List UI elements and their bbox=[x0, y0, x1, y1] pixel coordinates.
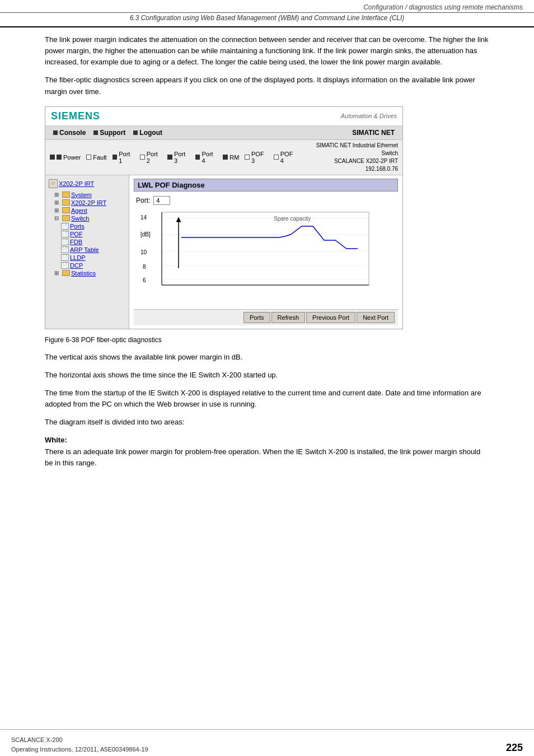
ports-label[interactable]: Ports bbox=[70, 223, 85, 230]
white-text: There is an adequate link power margin f… bbox=[45, 447, 480, 467]
pof-label[interactable]: POF bbox=[70, 231, 83, 237]
expand-statistics-icon: ⊞ bbox=[54, 270, 61, 276]
dcp-label[interactable]: DCP bbox=[70, 262, 83, 269]
port1-status: Port 1 bbox=[113, 151, 134, 164]
sidebar-item-arp-table[interactable]: 📄 ARP Table bbox=[48, 246, 127, 254]
pof4-status: POF 4 bbox=[274, 151, 297, 164]
port2-led bbox=[140, 155, 145, 160]
sidebar-item-switch[interactable]: ⊟ Switch bbox=[48, 214, 127, 222]
pof-page-icon: 📄 bbox=[61, 231, 69, 237]
fault-label: Fault bbox=[93, 154, 106, 161]
svg-text:[dB]: [dB] bbox=[140, 231, 151, 237]
footer-content: SCALANCE X-200 Operating Instructions, 1… bbox=[11, 732, 523, 754]
rm-status: RM bbox=[223, 154, 239, 161]
siemens-header-bar: SIEMENS Automation & Drives bbox=[45, 107, 402, 126]
dcp-page-icon: 📄 bbox=[61, 262, 69, 269]
ports-page-icon: 📄 bbox=[61, 223, 69, 230]
interface-body: 🔅 X202-2P IRT ⊞ System ⊞ X202-2P IRT bbox=[45, 175, 402, 329]
sidebar-item-pof[interactable]: 📄 POF bbox=[48, 230, 127, 238]
port2-label: Port 2 bbox=[147, 151, 162, 164]
wbm-interface: SIEMENS Automation & Drives Console Supp… bbox=[45, 106, 403, 329]
tree-root-label[interactable]: X202-2P IRT bbox=[59, 180, 94, 187]
svg-text:14: 14 bbox=[140, 214, 147, 221]
expand-x202-icon: ⊞ bbox=[54, 199, 61, 206]
svg-text:10: 10 bbox=[140, 249, 147, 255]
sidebar-item-statistics[interactable]: ⊞ Statistics bbox=[48, 269, 127, 277]
refresh-button[interactable]: Refresh bbox=[271, 312, 306, 323]
port-input[interactable] bbox=[153, 196, 170, 205]
power-status: Power bbox=[50, 154, 81, 161]
rm-label: RM bbox=[229, 154, 239, 161]
config-title: Configuration / diagnostics using remote… bbox=[363, 3, 523, 11]
arp-label[interactable]: ARP Table bbox=[70, 246, 99, 253]
port1-label: Port 1 bbox=[119, 151, 134, 164]
console-label: Console bbox=[59, 129, 86, 137]
nav-bar: Console Support Logout SIMATIC NET bbox=[45, 126, 402, 140]
figure-caption: Figure 6-38 POF fiber-optic diagnostics bbox=[45, 336, 489, 344]
system-label[interactable]: System bbox=[71, 192, 92, 198]
fdb-label[interactable]: FDB bbox=[70, 239, 82, 245]
switch-label[interactable]: Switch bbox=[71, 215, 89, 222]
white-heading: White: bbox=[45, 436, 67, 444]
sidebar-item-dcp[interactable]: 📄 DCP bbox=[48, 262, 127, 269]
x202-label[interactable]: X202-2P IRT bbox=[71, 199, 106, 206]
port4-status: Port 4 bbox=[195, 151, 217, 164]
fault-led bbox=[86, 155, 91, 160]
statistics-label[interactable]: Statistics bbox=[71, 270, 96, 277]
console-dot bbox=[53, 130, 58, 135]
sidebar-item-system[interactable]: ⊞ System bbox=[48, 191, 127, 199]
lldp-page-icon: 📄 bbox=[61, 254, 69, 261]
nav-support[interactable]: Support bbox=[90, 128, 129, 138]
port3-label: Port 3 bbox=[174, 151, 190, 164]
lldp-label[interactable]: LLDP bbox=[70, 254, 86, 261]
simatic-device-info: SIMATIC NET Industrial Ethernet Switch S… bbox=[303, 142, 398, 173]
power-label: Power bbox=[63, 154, 81, 161]
simatic-info-line2: SCALANCE X202-2P IRT bbox=[303, 157, 398, 165]
nav-console[interactable]: Console bbox=[50, 128, 89, 138]
sidebar-item-fdb[interactable]: 📄 FDB bbox=[48, 238, 127, 246]
rm-led bbox=[223, 155, 228, 160]
content-panel: LWL POF Diagnose Port: 14 [dB] 10 bbox=[129, 175, 402, 329]
power-led1 bbox=[50, 155, 55, 160]
port-row: Port: bbox=[134, 196, 398, 205]
system-folder-icon bbox=[62, 192, 70, 198]
arp-page-icon: 📄 bbox=[61, 246, 69, 253]
paragraph-1: The link power margin indicates the atte… bbox=[45, 34, 489, 68]
white-section: White: There is an adequate link power m… bbox=[45, 435, 489, 468]
nav-logout[interactable]: Logout bbox=[130, 128, 166, 138]
next-port-button[interactable]: Next Port bbox=[357, 312, 395, 323]
svg-rect-0 bbox=[162, 212, 369, 285]
status-bar: Power Fault Port 1 Port 2 Port 3 Port 4 bbox=[45, 140, 402, 175]
tree-root-device[interactable]: 🔅 X202-2P IRT bbox=[48, 179, 127, 189]
expand-switch-icon: ⊟ bbox=[54, 215, 61, 221]
port4-led bbox=[195, 155, 200, 160]
stats-folder-icon bbox=[62, 270, 70, 276]
sidebar-item-lldp[interactable]: 📄 LLDP bbox=[48, 254, 127, 262]
port1-led bbox=[113, 155, 118, 160]
agent-label[interactable]: Agent bbox=[71, 207, 87, 214]
expand-agent-icon: ⊞ bbox=[54, 207, 61, 213]
expand-system-icon: ⊞ bbox=[54, 192, 61, 198]
paragraph-2: The fiber-optic diagnostics screen appea… bbox=[45, 74, 489, 97]
main-content: The link power margin indicates the atte… bbox=[0, 34, 534, 469]
svg-text:Spare capacity: Spare capacity bbox=[274, 216, 311, 222]
power-led2 bbox=[57, 155, 62, 160]
footer-doc-info: Operating Instructions, 12/2011, A5E0034… bbox=[11, 745, 148, 754]
logout-label: Logout bbox=[139, 129, 162, 137]
sidebar-item-agent[interactable]: ⊞ Agent bbox=[48, 207, 127, 214]
sidebar-item-x202[interactable]: ⊞ X202-2P IRT bbox=[48, 199, 127, 207]
previous-port-button[interactable]: Previous Port bbox=[306, 312, 355, 323]
svg-text:6: 6 bbox=[143, 277, 146, 283]
sidebar-item-ports[interactable]: 📄 Ports bbox=[48, 222, 127, 230]
body-line3: The time from the startup of the IE Swit… bbox=[45, 388, 489, 410]
simatic-net-label: SIMATIC NET bbox=[349, 128, 398, 138]
chart-container: 14 [dB] 10 8 6 Spare capacity bbox=[139, 209, 374, 305]
panel-title: LWL POF Diagnose bbox=[134, 179, 398, 192]
footer: SCALANCE X-200 Operating Instructions, 1… bbox=[0, 729, 534, 756]
ports-button[interactable]: Ports bbox=[243, 312, 270, 323]
bottom-buttons: Ports Refresh Previous Port Next Port bbox=[134, 309, 398, 325]
support-dot bbox=[93, 130, 98, 135]
simatic-info-line3: 192.168.0.76 bbox=[303, 165, 398, 173]
footer-page-num: 225 bbox=[506, 742, 523, 754]
port-label: Port: bbox=[136, 197, 150, 204]
